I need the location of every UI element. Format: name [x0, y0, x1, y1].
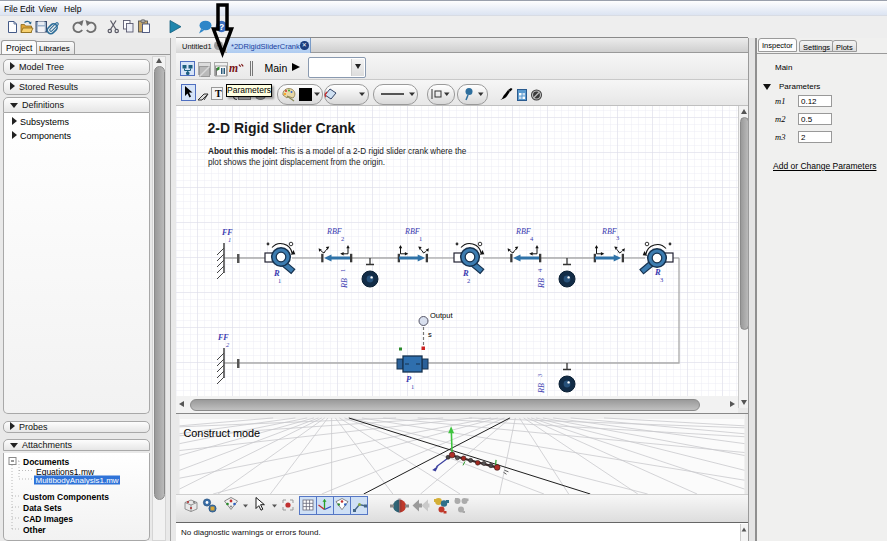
- svg-text:RB: RB: [537, 278, 546, 289]
- svg-text:Custom Components: Custom Components: [23, 492, 109, 502]
- svg-text:RBF: RBF: [404, 227, 420, 236]
- svg-text:1: 1: [278, 277, 281, 284]
- svg-text:1: 1: [419, 235, 422, 242]
- svg-text:RB: RB: [340, 278, 349, 289]
- svg-text:RBF: RBF: [326, 227, 342, 236]
- svg-text:2-D Rigid Slider Crank: 2-D Rigid Slider Crank: [208, 120, 356, 136]
- svg-text:Data Sets: Data Sets: [23, 503, 62, 513]
- svg-text:Equations1.mw: Equations1.mw: [36, 467, 95, 477]
- svg-text:1: 1: [411, 383, 414, 390]
- svg-text:plot shows the joint displacem: plot shows the joint displacement from t…: [208, 158, 385, 167]
- svg-text:RBF: RBF: [515, 227, 531, 236]
- svg-text:1: 1: [228, 236, 231, 243]
- svg-text:MultibodyAnalysis1.mw: MultibodyAnalysis1.mw: [36, 476, 119, 485]
- svg-text:m: m: [229, 62, 238, 75]
- svg-text:Documents: Documents: [23, 457, 70, 467]
- svg-text:RBF: RBF: [601, 227, 617, 236]
- svg-text:CAD Images: CAD Images: [23, 514, 73, 524]
- svg-text:2: 2: [341, 235, 344, 242]
- svg-text:3: 3: [660, 276, 663, 283]
- svg-text:Other: Other: [23, 525, 46, 535]
- svg-text:About this model: This is a mo: About this model: This is a model of a 2…: [208, 147, 467, 156]
- svg-text:1: 1: [339, 269, 346, 272]
- svg-text:2: 2: [467, 277, 470, 284]
- svg-text:s: s: [428, 330, 432, 339]
- svg-text:3: 3: [536, 374, 543, 377]
- svg-text:Construct mode: Construct mode: [183, 427, 260, 439]
- svg-text:Output: Output: [430, 311, 453, 320]
- svg-text:RB: RB: [537, 383, 546, 394]
- svg-text:3: 3: [616, 234, 619, 241]
